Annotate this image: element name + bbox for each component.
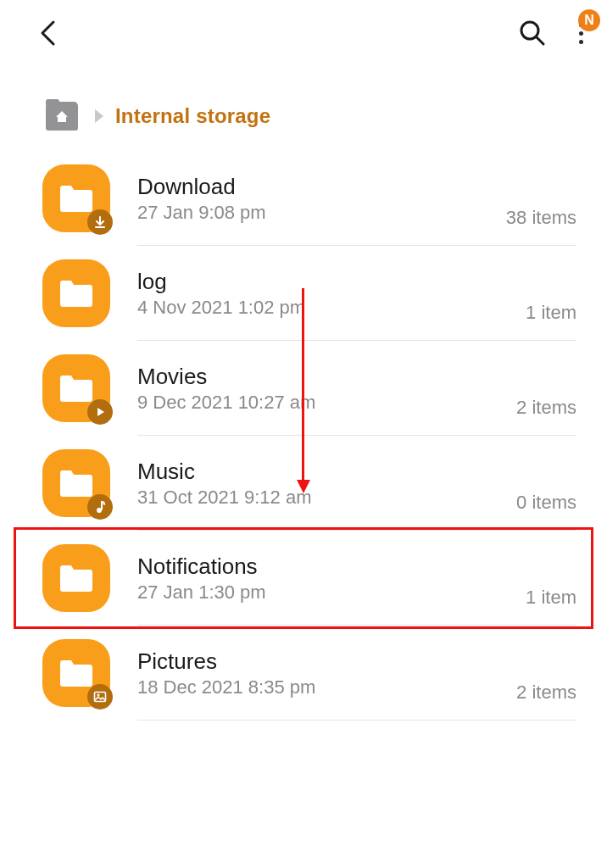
folder-text: Pictures18 Dec 2021 8:35 pm	[137, 648, 516, 698]
folder-date: 27 Jan 9:08 pm	[137, 202, 506, 224]
folder-date: 27 Jan 1:30 pm	[137, 581, 526, 604]
home-folder-icon[interactable]	[46, 102, 78, 131]
folder-item-count: 1 item	[526, 587, 576, 609]
folder-name: Music	[137, 459, 516, 485]
folder-item-count: 1 item	[526, 302, 576, 324]
search-button[interactable]	[517, 18, 548, 48]
folder-name: log	[137, 269, 526, 295]
music-badge-icon	[87, 494, 113, 520]
svg-point-4	[97, 694, 100, 697]
chevron-left-icon	[38, 19, 57, 47]
notification-badge: N	[578, 9, 600, 31]
folder-item[interactable]: Download27 Jan 9:08 pm38 items	[0, 151, 607, 246]
header: N	[0, 0, 607, 66]
folder-item[interactable]: log4 Nov 2021 1:02 pm1 item	[0, 246, 607, 341]
svg-line-1	[537, 37, 543, 44]
svg-point-2	[97, 508, 102, 513]
folder-text: log4 Nov 2021 1:02 pm	[137, 269, 526, 319]
folder-text: Notifications27 Jan 1:30 pm	[137, 554, 526, 604]
folder-item-count: 0 items	[516, 492, 576, 514]
folder-date: 18 Dec 2021 8:35 pm	[137, 676, 516, 698]
folder-item[interactable]: Pictures18 Dec 2021 8:35 pm2 items	[0, 626, 607, 721]
folder-text: Download27 Jan 9:08 pm	[137, 174, 506, 224]
folder-icon	[42, 449, 110, 517]
folder-name: Notifications	[137, 554, 526, 580]
folder-text: Movies9 Dec 2021 10:27 am	[137, 364, 516, 414]
play-badge-icon	[87, 399, 113, 425]
folder-list: Download27 Jan 9:08 pm38 itemslog4 Nov 2…	[0, 151, 607, 721]
folder-text: Music31 Oct 2021 9:12 am	[137, 459, 516, 509]
folder-icon	[42, 259, 110, 327]
folder-item[interactable]: Music31 Oct 2021 9:12 am0 items	[0, 436, 607, 531]
breadcrumb-current[interactable]: Internal storage	[115, 104, 270, 128]
more-options-button[interactable]: N	[571, 18, 590, 48]
folder-item-count: 38 items	[506, 207, 576, 229]
folder-icon	[42, 544, 110, 612]
back-button[interactable]	[34, 19, 61, 47]
chevron-right-icon	[95, 109, 103, 123]
svg-rect-3	[95, 693, 106, 702]
breadcrumb: Internal storage	[0, 66, 607, 151]
folder-date: 31 Oct 2021 9:12 am	[137, 487, 516, 509]
folder-name: Movies	[137, 364, 516, 390]
folder-name: Pictures	[137, 648, 516, 675]
folder-item-count: 2 items	[516, 397, 576, 419]
search-icon	[518, 19, 547, 47]
folder-item-count: 2 items	[516, 682, 576, 704]
folder-icon	[42, 354, 110, 422]
folder-date: 9 Dec 2021 10:27 am	[137, 392, 516, 414]
folder-name: Download	[137, 174, 506, 200]
folder-item[interactable]: Notifications27 Jan 1:30 pm1 item	[0, 531, 607, 626]
download-badge-icon	[87, 209, 113, 235]
folder-icon	[42, 164, 110, 232]
folder-date: 4 Nov 2021 1:02 pm	[137, 297, 526, 319]
folder-icon	[42, 639, 110, 707]
image-badge-icon	[87, 684, 113, 709]
folder-item[interactable]: Movies9 Dec 2021 10:27 am2 items	[0, 341, 607, 436]
